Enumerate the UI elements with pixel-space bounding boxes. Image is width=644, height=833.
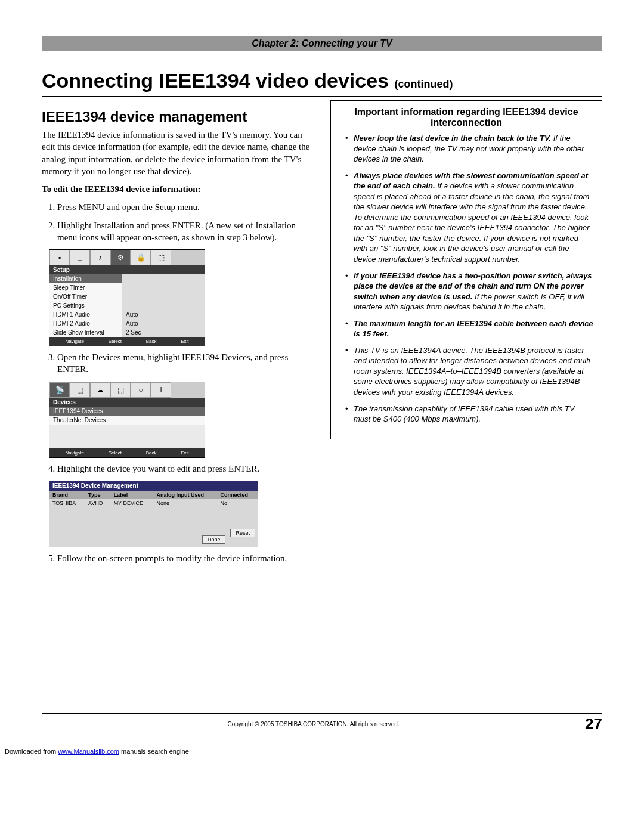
page-number: 27 [585,715,602,733]
footer-select: Select [109,339,122,344]
done-button: Done [202,535,226,544]
tab-icon: 📡 [49,382,70,398]
col-header: Label [110,491,153,499]
dl-pre: Downloaded from [5,748,58,755]
copyright: Copyright © 2005 TOSHIBA CORPORATION. Al… [42,721,585,727]
col-header: Type [85,491,110,499]
menu-item: IEEE1394 Devices [49,407,152,416]
footer-exit: Exit [181,339,188,344]
col-header: Connected [217,491,258,499]
cell: None [153,499,216,507]
title-continued: (continued) [394,78,453,90]
step-5: Follow the on-screen prompts to modify t… [57,552,314,564]
col-header: Analog Input Used [153,491,216,499]
bullet-5: This TV is an IEEE1394A device. The IEEE… [348,345,593,398]
step-1: Press MENU and open the Setup menu. [57,201,314,213]
tab-icon: ⬚ [70,382,90,398]
manualslib-link[interactable]: www.Manualslib.com [58,748,119,755]
bullet-text: The transmission capability of IEEE1394 … [354,404,575,424]
intro-paragraph: The IEEE1394 device information is saved… [42,129,314,177]
menu-screenshot-setup: ▪ ◻ ♪ ⚙ 🔒 ⬚ Setup Installation Sleep Tim… [49,249,205,346]
footer-exit: Exit [181,450,188,456]
dl-post: manuals search engine [119,748,189,755]
menu-value: Auto [122,310,205,319]
menu-value [122,292,205,301]
tab-icon: ▪ [49,250,70,265]
col-header: Brand [49,491,85,499]
menu-value: 2 Sec [122,328,205,337]
menu-value: Auto [122,319,205,328]
cell: AVHD [85,499,110,507]
menu-item: Sleep Timer [49,283,122,292]
step-3: Open the Devices menu, highlight IEEE139… [57,351,314,376]
bullet-bold: The maximum length for an IEEE1394 cable… [354,319,593,339]
menu-item: Slide Show Interval [49,328,122,337]
cell: MY DEVICE [110,499,153,507]
step-2: Highlight Installation and press ENTER. … [57,219,314,244]
devmgmt-title: IEEE1394 Device Management [49,481,258,491]
bullet-3: If your IEEE1394 device has a two-positi… [348,271,593,312]
bullet-bold: Never loop the last device in the chain … [354,134,551,143]
tab-icon: ⬚ [151,250,171,265]
menu-value [122,301,205,310]
tab-icon: ○ [131,382,151,398]
bullet-4: The maximum length for an IEEE1394 cable… [348,318,593,339]
tab-icon: ⚙ [110,250,131,265]
page-title: Connecting IEEE1394 video devices (conti… [42,69,602,97]
menu-item: TheaterNet Devices [49,416,152,425]
chapter-bar: Chapter 2: Connecting your TV [42,36,602,51]
tab-icon: ☁ [90,382,110,398]
menu-item: On/Off Timer [49,292,122,301]
title-main: Connecting IEEE1394 video devices [42,69,394,92]
footer-nav: Navigate [65,339,84,344]
menu-item: Installation [49,274,122,283]
tab-icon: i [151,382,171,398]
tab-icon: ⬚ [110,382,131,398]
menu-item: HDMI 2 Audio [49,319,122,328]
menu-item: HDMI 1 Audio [49,310,122,319]
device-management-screenshot: IEEE1394 Device Management Brand Type La… [49,481,258,547]
menu-value [122,283,205,292]
menu-item: PC Settings [49,301,122,310]
menu-title: Devices [49,398,205,407]
tab-icon: ♪ [90,250,110,265]
download-footer: Downloaded from www.Manualslib.com manua… [0,745,644,757]
edit-label: To edit the IEEE1394 device information: [42,183,314,195]
menu-value [122,274,205,283]
bullet-text: This TV is an IEEE1394A device. The IEEE… [354,346,593,397]
tab-icon: ◻ [70,250,90,265]
cell: No [217,499,258,507]
step-4: Highlight the device you want to edit an… [57,463,314,475]
tab-icon: 🔒 [131,250,151,265]
bullet-text: If a device with a slower communication … [354,181,590,264]
callout-heading: Important information regarding IEEE1394… [339,107,593,128]
important-info-callout: Important information regarding IEEE1394… [330,100,602,439]
bullet-6: The transmission capability of IEEE1394 … [348,404,593,425]
cell: TOSHIBA [49,499,85,507]
footer-back: Back [146,339,157,344]
footer-back: Back [146,450,157,456]
menu-title: Setup [49,265,205,274]
bullet-1: Never loop the last device in the chain … [348,133,593,165]
menu-screenshot-devices: 📡 ⬚ ☁ ⬚ ○ i Devices IEEE1394 Devices The… [49,382,205,458]
footer-nav: Navigate [65,450,84,456]
bullet-2: Always place devices with the slowest co… [348,171,593,265]
sub-heading: IEEE1394 device management [42,109,314,125]
reset-button: Reset [230,529,255,537]
footer-select: Select [109,450,122,456]
